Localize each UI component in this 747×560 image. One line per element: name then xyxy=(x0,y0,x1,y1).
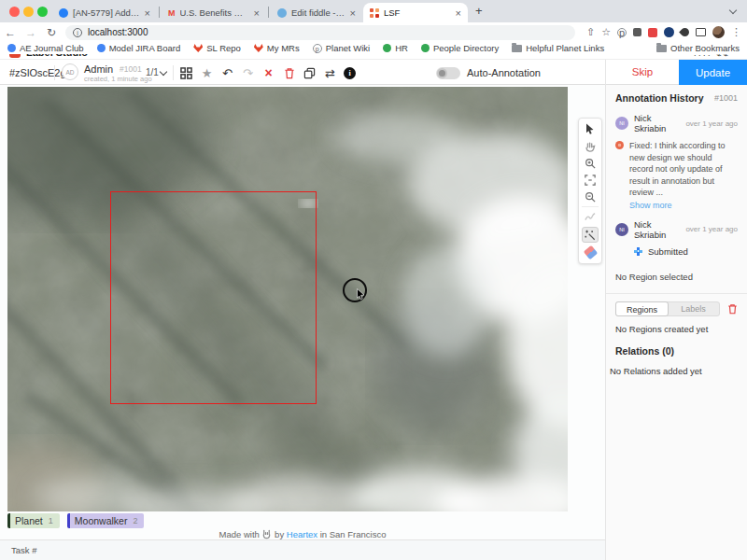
mac-minimize-button[interactable] xyxy=(23,7,34,17)
rock-hand-icon xyxy=(261,529,272,539)
tab-close-icon[interactable]: × xyxy=(254,7,260,19)
bookmark-star-icon[interactable]: ☆ xyxy=(601,26,611,38)
info-icon[interactable]: i xyxy=(344,67,356,79)
compare-arrows-icon[interactable]: ⇄ xyxy=(323,66,337,80)
mac-zoom-button[interactable] xyxy=(37,7,48,17)
sidebar-panel-icon[interactable] xyxy=(696,28,706,36)
fit-to-screen-icon[interactable] xyxy=(582,173,599,187)
browser-tab-strip: [AN-5779] Add Magic Wand fu × M U.S. Ben… xyxy=(0,0,747,22)
mac-close-button[interactable] xyxy=(9,7,20,17)
extension-red-icon[interactable] xyxy=(648,28,657,37)
forward-button[interactable]: → xyxy=(21,26,41,39)
annotation-canvas-pane: Planet1 Moonwalker2 Made with by Heartex… xyxy=(0,85,605,560)
tab-close-icon[interactable]: × xyxy=(456,7,461,19)
no-region-selected-text: No Region selected xyxy=(615,272,738,282)
extension-icon[interactable] xyxy=(633,28,641,36)
labels-tab[interactable]: Labels xyxy=(668,302,719,315)
jsfiddle-favicon xyxy=(277,8,287,18)
zoom-out-tool-icon[interactable] xyxy=(582,189,599,203)
pan-hand-tool-icon[interactable] xyxy=(582,139,599,153)
created-timestamp: created, 1 minute ago xyxy=(84,75,152,83)
delete-trash-icon[interactable] xyxy=(282,66,296,80)
share-icon[interactable]: ⇧ xyxy=(586,26,595,38)
browser-action-icons: ⇧ ☆ p ⋮ xyxy=(586,26,741,38)
tab-close-icon[interactable]: × xyxy=(145,7,150,19)
label-chip-planet[interactable]: Planet1 xyxy=(7,513,60,528)
annotation-toolbar: #zSlOscE2g8 AD Admin #1001 created, 1 mi… xyxy=(0,59,747,85)
skip-button[interactable]: Skip xyxy=(605,60,679,86)
history-entry[interactable]: NI Nick Skriabin over 1 year ago xyxy=(615,113,738,133)
label-studio-favicon xyxy=(370,8,379,18)
tab-separator xyxy=(268,7,269,18)
reset-icon[interactable]: × xyxy=(261,66,275,80)
region-bounding-box[interactable] xyxy=(110,191,317,404)
magic-wand-tool-icon[interactable] xyxy=(582,227,599,243)
back-button[interactable]: ← xyxy=(0,26,21,39)
bookmark-icon xyxy=(421,44,430,52)
auto-annotation-toggle[interactable] xyxy=(436,67,460,79)
show-more-link[interactable]: Show more xyxy=(629,201,738,210)
move-tool-icon[interactable] xyxy=(582,122,599,136)
extension-navy-icon[interactable] xyxy=(664,27,674,37)
extensions-pin-icon[interactable] xyxy=(679,26,691,38)
tab-title: Edit fiddle - JSFiddle - Code P xyxy=(291,7,345,18)
relations-title: Relations (0) xyxy=(615,345,738,357)
label-hotkey: 1 xyxy=(49,516,53,525)
new-tab-button[interactable]: + xyxy=(475,4,483,18)
bookmarks-bar: AE Journal Club Model JIRA Board SL Repo… xyxy=(0,42,747,54)
tab-close-icon[interactable]: × xyxy=(350,7,356,19)
tab-title: LSF xyxy=(384,7,451,18)
bookmark-sl-repo[interactable]: SL Repo xyxy=(193,43,241,53)
browser-tab-lsf-active[interactable]: LSF × xyxy=(363,3,468,22)
address-bar[interactable]: i localhost:3000 xyxy=(65,25,575,40)
reload-button[interactable]: ↻ xyxy=(41,26,62,39)
ground-truth-star-icon[interactable]: ★ xyxy=(200,66,214,80)
bookmark-ae-journal-club[interactable]: AE Journal Club xyxy=(7,43,84,53)
browser-tab-jira[interactable]: [AN-5779] Add Magic Wand fu × xyxy=(52,3,157,22)
regions-tab[interactable]: Regions xyxy=(615,301,669,316)
browser-tab-jsfiddle[interactable]: Edit fiddle - JSFiddle - Code P × xyxy=(271,3,362,22)
grid-view-icon[interactable] xyxy=(179,66,193,80)
user-avatar: AD xyxy=(62,63,78,80)
annotation-counter: 1/1 xyxy=(146,67,159,77)
copy-icon[interactable] xyxy=(303,66,317,80)
gitlab-icon xyxy=(254,44,263,52)
browser-tab-gmail[interactable]: M U.S. Benefits News - Open En × xyxy=(162,3,266,22)
heartex-footer: Made with by Heartex in San Francisco xyxy=(0,529,605,539)
bookmark-planet-wiki[interactable]: pPlanet Wiki xyxy=(313,43,371,53)
brush-tool-icon[interactable] xyxy=(582,210,599,224)
avatar: NI xyxy=(615,223,628,236)
history-comment: Fixed: I think according to new design w… xyxy=(615,140,738,210)
zoom-in-tool-icon[interactable] xyxy=(582,156,599,170)
avatar: NI xyxy=(615,117,628,130)
heartex-link[interactable]: Heartex xyxy=(287,529,317,539)
bookmark-hr[interactable]: HR xyxy=(383,43,408,53)
label-hotkey: 2 xyxy=(133,516,137,525)
tab-search-chevron-icon[interactable] xyxy=(729,7,737,14)
chrome-menu-icon[interactable]: ⋮ xyxy=(731,26,741,38)
regions-labels-switcher: Regions Labels xyxy=(615,301,738,316)
submitted-status: Submitted xyxy=(634,246,738,257)
history-entry[interactable]: NI Nick Skriabin over 1 year ago xyxy=(615,219,738,240)
extension-p-icon[interactable]: p xyxy=(617,28,627,37)
eraser-tool-icon[interactable] xyxy=(582,245,599,259)
bookmark-people-directory[interactable]: People Directory xyxy=(421,43,499,53)
bookmark-my-mrs[interactable]: My MRs xyxy=(254,43,300,53)
redo-icon[interactable]: ↷ xyxy=(241,66,255,80)
satellite-image[interactable] xyxy=(7,87,568,511)
annotation-id: #1001 xyxy=(120,64,142,74)
bookmark-icon xyxy=(383,44,391,52)
profile-avatar[interactable] xyxy=(712,26,725,38)
other-bookmarks[interactable]: Other Bookmarks xyxy=(656,43,740,53)
bookmark-model-jira-board[interactable]: Model JIRA Board xyxy=(97,43,181,53)
label-chip-moonwalker[interactable]: Moonwalker2 xyxy=(67,513,145,528)
undo-icon[interactable]: ↶ xyxy=(220,66,234,80)
bookmark-helpful-planet-links[interactable]: Helpful Planet Links xyxy=(512,43,604,53)
site-info-icon[interactable]: i xyxy=(73,28,82,37)
annotation-history-id: #1001 xyxy=(714,93,738,103)
mouse-cursor-icon xyxy=(357,288,366,301)
annotations-dropdown-icon[interactable] xyxy=(160,68,167,76)
delete-regions-trash-icon[interactable] xyxy=(727,303,738,315)
update-button[interactable]: Update xyxy=(679,60,747,86)
annotation-sidebar: Annotation History #1001 NI Nick Skriabi… xyxy=(605,85,747,560)
